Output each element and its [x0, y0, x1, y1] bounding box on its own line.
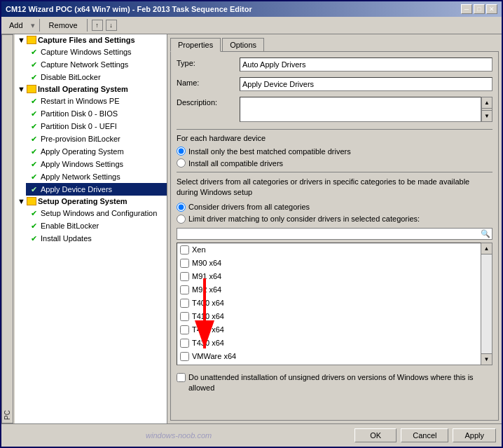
folder-icon-install-os — [27, 85, 36, 93]
tree-item-capture-network[interactable]: ✔ Capture Network Settings — [26, 58, 167, 71]
tree-item-restart-pe[interactable]: ✔ Restart in Windows PE — [26, 95, 167, 107]
divider-1 — [177, 129, 492, 130]
item-label-partition-uefi: Partition Disk 0 - UEFI — [41, 122, 117, 130]
title-bar: CM12 Wizard POC (x64 Win7 wim) - Feb 201… — [1, 1, 502, 17]
cancel-button[interactable]: Cancel — [401, 428, 448, 442]
pc-label: PC — [1, 34, 13, 423]
capture-section-label: Capture Files and Settings — [38, 36, 135, 44]
name-input[interactable] — [240, 77, 492, 91]
toolbar-icon-1[interactable]: ↑ — [92, 20, 103, 31]
radio-best-match[interactable] — [177, 147, 186, 156]
tree-header-capture[interactable]: ▼ Capture Files and Settings — [15, 34, 167, 46]
tree-item-disable-bitlocker[interactable]: ✔ Disable BitLocker — [26, 71, 167, 83]
driver-list-item[interactable]: T420 x64 — [179, 325, 479, 335]
ok-button[interactable]: OK — [354, 428, 397, 442]
unsigned-drivers-label: Do unattended installation of unsigned d… — [188, 372, 492, 394]
maximize-button[interactable]: □ — [474, 4, 485, 14]
tree-item-partition-uefi[interactable]: ✔ Partition Disk 0 - UEFI — [26, 120, 167, 133]
item-label-capture-windows: Capture Windows Settings — [41, 48, 132, 56]
driver-list-box[interactable]: XenM90 x64M91 x64M92 x64T400 x64T410 x64… — [177, 243, 481, 365]
driver-list-item[interactable]: VMWare x64 — [179, 351, 479, 362]
tree-item-apply-drivers[interactable]: ✔ Apply Device Drivers — [26, 183, 167, 196]
tree-item-pre-provision[interactable]: ✔ Pre-provision BitLocker — [26, 133, 167, 145]
check-icon-apply-drivers: ✔ — [29, 184, 39, 194]
item-label-apply-windows: Apply Windows Settings — [41, 160, 123, 168]
driver-item-checkbox-3[interactable] — [180, 285, 189, 294]
check-icon-pre-provision: ✔ — [29, 134, 39, 144]
close-button[interactable]: ✕ — [486, 4, 497, 14]
driver-item-label-2: M91 x64 — [192, 272, 221, 280]
driver-list-item[interactable]: M90 x64 — [179, 258, 479, 269]
item-label-apply-os: Apply Operating System — [41, 147, 124, 156]
radio-all-compatible-label: Install all compatible drivers — [188, 159, 283, 168]
setup-os-children: ✔ Setup Windows and Configuration ✔ Enab… — [15, 207, 167, 245]
driver-item-checkbox-4[interactable] — [180, 299, 189, 308]
check-icon-partition-bios: ✔ — [29, 109, 39, 118]
driver-list-item[interactable]: M91 x64 — [179, 271, 479, 282]
driver-radio-group: Consider drivers from all categories Lim… — [177, 203, 492, 224]
tree-header-setup-os[interactable]: ▼ Setup Operating System — [15, 196, 167, 207]
tree-item-install-updates[interactable]: ✔ Install Updates — [26, 232, 167, 245]
description-textarea[interactable] — [240, 97, 481, 122]
driver-item-checkbox-5[interactable] — [180, 312, 189, 321]
window-title: CM12 Wizard POC (x64 Win7 wim) - Feb 201… — [6, 5, 252, 13]
driver-list-item[interactable]: T430 x64 — [179, 338, 479, 348]
driver-item-checkbox-0[interactable] — [180, 245, 189, 254]
check-icon-install-updates: ✔ — [29, 233, 39, 243]
expand-icon-install-os: ▼ — [18, 85, 25, 93]
tree-item-apply-network[interactable]: ✔ Apply Network Settings — [26, 170, 167, 183]
install-os-children: ✔ Restart in Windows PE ✔ Partition Disk… — [15, 95, 167, 196]
driver-search-input[interactable] — [179, 229, 481, 238]
driver-search-box: 🔍 — [177, 228, 492, 240]
list-scroll-up[interactable]: ▲ — [481, 243, 492, 254]
search-row: 🔍 — [177, 228, 492, 241]
driver-item-checkbox-6[interactable] — [180, 325, 189, 334]
check-icon-apply-windows: ✔ — [29, 159, 39, 169]
list-scroll-down[interactable]: ▼ — [481, 353, 492, 365]
driver-list-item[interactable]: X220 X64 — [179, 365, 479, 365]
driver-item-checkbox-2[interactable] — [180, 272, 189, 281]
tab-options[interactable]: Options — [222, 38, 264, 52]
unsigned-drivers-checkbox[interactable] — [177, 373, 186, 382]
radio-all-categories-label: Consider drivers from all categories — [188, 203, 310, 211]
description-label: Description: — [177, 97, 240, 107]
item-label-apply-drivers: Apply Device Drivers — [41, 185, 112, 194]
list-scrollbar[interactable]: ▲ ▼ — [481, 243, 492, 365]
toolbar-icon-2[interactable]: ↓ — [106, 20, 117, 31]
window-controls: ─ □ ✕ — [461, 4, 497, 14]
name-row: Name: — [177, 77, 492, 91]
driver-item-checkbox-8[interactable] — [180, 352, 189, 361]
driver-item-label-0: Xen — [192, 245, 206, 254]
tree-item-capture-windows[interactable]: ✔ Capture Windows Settings — [26, 46, 167, 58]
check-icon-restart-pe: ✔ — [29, 96, 39, 106]
radio-all-compatible[interactable] — [177, 158, 186, 168]
driver-list-item[interactable]: T400 x64 — [179, 298, 479, 308]
tree-section-install-os: ▼ Install Operating System ✔ Restart in … — [15, 83, 167, 196]
item-label-capture-network: Capture Network Settings — [41, 60, 128, 69]
tree-item-setup-windows[interactable]: ✔ Setup Windows and Configuration — [26, 207, 167, 219]
driver-item-checkbox-7[interactable] — [180, 339, 189, 348]
apply-button[interactable]: Apply — [453, 428, 496, 442]
tree-panel: ▼ Capture Files and Settings ✔ Capture W… — [15, 34, 167, 423]
driver-list-item[interactable]: T410 x64 — [179, 311, 479, 322]
description-row: Description: ▲ ▼ — [177, 97, 492, 123]
add-button[interactable]: Add — [4, 19, 28, 32]
driver-item-checkbox-1[interactable] — [180, 259, 189, 268]
minimize-button[interactable]: ─ — [461, 4, 472, 14]
desc-scroll-down[interactable]: ▼ — [482, 110, 492, 121]
remove-button[interactable]: Remove — [44, 19, 83, 32]
item-label-apply-network: Apply Network Settings — [41, 172, 120, 181]
tree-item-partition-bios[interactable]: ✔ Partition Disk 0 - BIOS — [26, 107, 167, 120]
radio-limit-categories[interactable] — [177, 215, 186, 224]
driver-list-item[interactable]: Xen — [179, 245, 479, 255]
radio-all-categories[interactable] — [177, 203, 186, 212]
tree-item-enable-bitlocker[interactable]: ✔ Enable BitLocker — [26, 219, 167, 232]
tab-properties[interactable]: Properties — [170, 38, 221, 52]
tab-properties-content: Type: Name: Description: ▲ — [170, 51, 499, 421]
tree-item-apply-os[interactable]: ✔ Apply Operating System — [26, 145, 167, 158]
tree-header-install-os[interactable]: ▼ Install Operating System — [15, 83, 167, 95]
tree-item-apply-windows[interactable]: ✔ Apply Windows Settings — [26, 158, 167, 170]
desc-scroll-up[interactable]: ▲ — [482, 97, 492, 109]
driver-list-item[interactable]: M92 x64 — [179, 285, 479, 295]
type-input[interactable] — [240, 57, 492, 72]
